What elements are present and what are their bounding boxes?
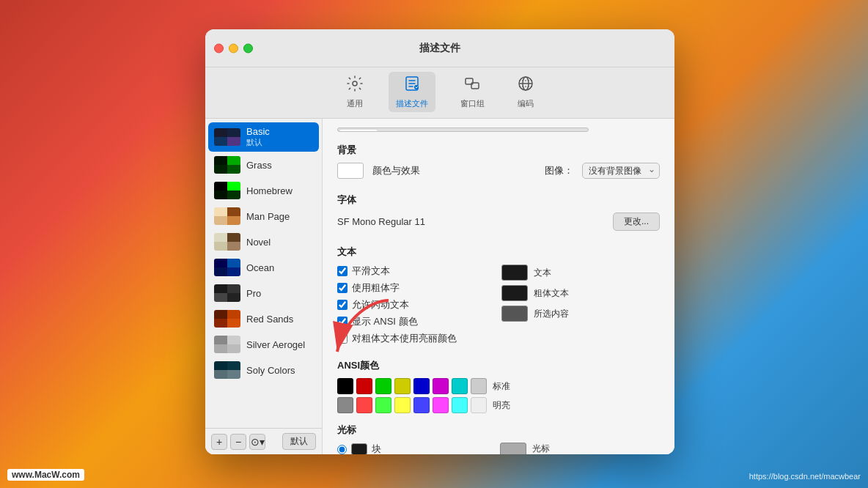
remove-profile-button[interactable]: − — [230, 434, 246, 450]
ansi-std-7[interactable] — [471, 378, 487, 394]
cursor-color-area: 光标 — [500, 443, 660, 454]
gear-icon — [346, 75, 364, 97]
sidebar-thumb-silveraero — [214, 336, 240, 353]
tab-text[interactable]: 文本 — [339, 130, 378, 132]
ansi-checkbox[interactable] — [337, 317, 347, 327]
smooth-checkbox[interactable] — [337, 266, 347, 276]
ansi-bright-3[interactable] — [394, 397, 411, 413]
toolbar-profile[interactable]: 描述文件 — [389, 72, 435, 112]
bold-checkbox[interactable] — [337, 283, 347, 293]
main-window: 描述文件 通用 描述文件 — [205, 29, 674, 454]
sidebar-thumb-grass — [214, 156, 240, 174]
toolbar-profile-label: 描述文件 — [396, 98, 428, 109]
maximize-button[interactable] — [243, 43, 253, 53]
sidebar-item-manpage[interactable]: Man Page — [208, 204, 319, 229]
ansi-bright-2[interactable] — [375, 397, 391, 413]
blink-checkbox[interactable] — [337, 300, 347, 310]
text-color-btn[interactable] — [501, 265, 528, 281]
text-color-row: 文本 — [501, 265, 660, 281]
sidebar-item-homebrew[interactable]: Homebrew — [208, 178, 319, 203]
tab-tabpage[interactable]: 标签页 — [419, 130, 466, 132]
bright-checkbox[interactable] — [337, 333, 347, 344]
sidebar-item-silveraero-label: Silver Aerogel — [246, 339, 305, 350]
cursor-block-radio[interactable] — [337, 445, 347, 454]
boldtext-color-btn[interactable] — [501, 285, 528, 301]
sidebar-item-redsands[interactable]: Red Sands — [208, 306, 319, 331]
tab-keyboard[interactable]: 键盘 — [509, 130, 547, 132]
ansi-bright-1[interactable] — [356, 397, 372, 413]
sidebar-item-basic[interactable]: Basic 默认 — [208, 122, 319, 152]
selected-color-row: 所选内容 — [501, 306, 660, 322]
sidebar-item-grass[interactable]: Grass — [208, 152, 319, 177]
background-color-preview[interactable] — [337, 163, 364, 179]
watermark-right: https://blog.csdn.net/macwbear — [749, 472, 861, 481]
ansi-std-6[interactable] — [452, 378, 468, 394]
sidebar-item-silveraero[interactable]: Silver Aerogel — [208, 332, 319, 357]
blink-label: 允许闪动文本 — [352, 298, 409, 311]
sidebar-item-pro-label: Pro — [246, 288, 261, 299]
profile-icon — [403, 75, 421, 97]
sidebar-item-ocean[interactable]: Ocean — [208, 255, 319, 280]
ansi-std-2[interactable] — [375, 378, 391, 394]
sidebar-thumb-novel — [214, 233, 240, 251]
sidebar-thumb-manpage — [214, 207, 240, 225]
background-image-label: 图像： — [545, 164, 573, 177]
ansi-bright-7[interactable] — [471, 397, 487, 413]
cursor-options: 块 __ 下划线 | 竖条 — [337, 443, 497, 454]
sidebar: Basic 默认 Grass — [205, 119, 323, 454]
checkbox-ansi: 显示 ANSI 颜色 — [337, 315, 496, 328]
minimize-button[interactable] — [229, 43, 238, 53]
minus-icon: − — [235, 436, 241, 448]
svg-point-0 — [353, 81, 357, 86]
watermark-left: www.MacW.com — [7, 469, 84, 481]
toolbar-window[interactable]: 窗口组 — [453, 72, 492, 112]
cursor-color-label: 光标 — [532, 443, 550, 454]
toolbar-general[interactable]: 通用 — [339, 72, 371, 112]
toolbar-encoding[interactable]: 编码 — [510, 72, 542, 112]
svg-point-2 — [414, 85, 419, 89]
window-title: 描述文件 — [419, 42, 460, 55]
background-image-select[interactable]: 没有背景图像 — [582, 163, 660, 179]
sidebar-item-manpage-label: Man Page — [246, 211, 290, 222]
ansi-bright-label: 明亮 — [493, 399, 510, 412]
ansi-bright-4[interactable] — [413, 397, 430, 413]
font-name-label: SF Mono Regular 11 — [337, 216, 425, 227]
checkbox-smooth: 平滑文本 — [337, 265, 496, 278]
ansi-std-0[interactable] — [337, 378, 353, 394]
selected-color-btn[interactable] — [501, 306, 528, 322]
background-image-select-wrapper: 没有背景图像 — [582, 163, 660, 179]
tab-advanced[interactable]: 高级 — [548, 130, 586, 132]
sidebar-item-pro[interactable]: Pro — [208, 281, 319, 306]
ansi-std-3[interactable] — [394, 378, 411, 394]
font-title: 字体 — [337, 193, 660, 207]
sub-tabs: 文本 窗口 标签页 Shell 键盘 高级 — [337, 127, 589, 132]
sidebar-thumb-redsands — [214, 310, 240, 328]
sidebar-item-ocean-label: Ocean — [246, 262, 274, 273]
action-profile-button[interactable]: ⊙▾ — [249, 434, 265, 450]
ansi-std-5[interactable] — [433, 378, 449, 394]
sidebar-list: Basic 默认 Grass — [205, 119, 322, 428]
sidebar-item-novel[interactable]: Novel — [208, 229, 319, 254]
cursor-color-btn[interactable] — [500, 443, 526, 454]
ansi-std-4[interactable] — [413, 378, 430, 394]
tab-shell[interactable]: Shell — [467, 130, 507, 132]
text-grid: 平滑文本 使用粗体字 允许闪动文本 显示 ANSI 颜色 — [337, 265, 660, 349]
text-color-buttons: 文本 粗体文本 所选内容 — [501, 265, 660, 349]
ansi-std-1[interactable] — [356, 378, 372, 394]
selected-color-label: 所选内容 — [534, 308, 569, 320]
tab-window[interactable]: 窗口 — [379, 130, 417, 132]
sidebar-thumb-solarized — [214, 361, 240, 379]
change-font-button[interactable]: 更改... — [613, 212, 660, 231]
font-section: 字体 SF Mono Regular 11 更改... — [337, 193, 660, 235]
add-profile-button[interactable]: + — [211, 434, 227, 450]
background-color-label: 颜色与效果 — [372, 164, 420, 177]
sidebar-item-basic-label: Basic — [246, 126, 270, 137]
ansi-bright-6[interactable] — [452, 397, 468, 413]
ansi-bright-5[interactable] — [433, 397, 449, 413]
toolbar-encoding-label: 编码 — [518, 98, 534, 109]
sidebar-item-solarized[interactable]: Soly Colors — [208, 358, 319, 382]
set-default-button[interactable]: 默认 — [282, 433, 316, 450]
sidebar-item-grass-label: Grass — [246, 160, 272, 171]
close-button[interactable] — [214, 43, 224, 53]
ansi-bright-0[interactable] — [337, 397, 353, 413]
